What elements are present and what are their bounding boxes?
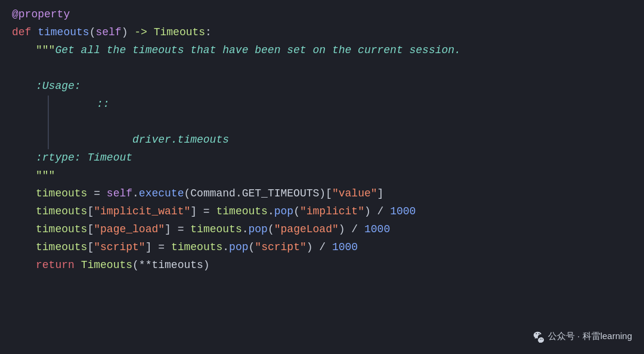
bracket-close1: ] (377, 185, 384, 202)
dot1: . (132, 185, 139, 202)
pop-method2: pop (249, 221, 268, 238)
usage-label: :Usage: (36, 78, 81, 95)
func-name: timeouts (38, 24, 89, 41)
implicit-wait-key: "implicit_wait" (94, 203, 190, 220)
bracket-open2: [ (87, 203, 94, 220)
num-1000-1: 1000 (390, 203, 416, 220)
line-doublecolon: :: (49, 96, 632, 113)
pop-open3: ( (249, 239, 255, 256)
line-usage: :Usage: (12, 78, 632, 96)
dot4: . (222, 239, 229, 256)
line-docstring-close: """ (12, 167, 632, 185)
double-star: (**timeouts) (132, 257, 210, 274)
return-timeouts: Timeouts (81, 257, 132, 274)
line-code4: timeouts [ "script" ] = timeouts . pop (… (12, 239, 632, 257)
line-decorator: @property (12, 6, 632, 24)
paren-open: ( (89, 24, 96, 41)
line-rtype: :rtype: Timeout (12, 149, 632, 167)
bracket-close2: ] = (190, 203, 216, 220)
script-key1: "script" (94, 239, 145, 256)
assign1: = (87, 185, 106, 202)
pop-method3: pop (229, 239, 248, 256)
docstring-text: Get all the timeouts that have been set … (55, 42, 461, 59)
implicit-key: "implicit" (300, 203, 364, 220)
rtype-value: Timeout (87, 149, 132, 167)
var-timeouts2: timeouts (36, 203, 87, 220)
return-type: Timeouts (154, 24, 205, 41)
line-docstring-open: """Get all the timeouts that have been s… (12, 42, 632, 60)
line-blank2 (49, 113, 632, 131)
rtype-label: :rtype: (36, 149, 87, 167)
line-funcdef: def timeouts(self) -> Timeouts: (12, 24, 632, 42)
bracket-open3: [ (87, 221, 94, 238)
var-timeouts3: timeouts (36, 221, 87, 238)
page-load-key: "page_load" (94, 221, 165, 238)
cmd-open: (Command.GET_TIMEOUTS)[ (184, 185, 332, 202)
watermark: 公众号 · 科雷learning (532, 329, 632, 343)
doc-block: :: driver.timeouts (12, 96, 632, 149)
double-colon: :: (97, 96, 110, 113)
arrow: -> (134, 24, 153, 41)
pop-close1: ) / (364, 203, 390, 220)
value-key: "value" (332, 185, 377, 202)
line-driver-timeouts: driver.timeouts (49, 131, 632, 149)
watermark-text: 公众号 · 科雷learning (548, 329, 632, 343)
colon: : (205, 24, 212, 41)
dot3: . (242, 221, 249, 238)
line-blank1 (12, 60, 632, 78)
bracket-open4: [ (87, 239, 94, 256)
var-timeouts1: timeouts (36, 185, 87, 202)
keyword-def: def (12, 24, 38, 41)
num-1000-2: 1000 (364, 221, 390, 238)
var-timeouts4: timeouts (36, 239, 87, 256)
pop-close3: ) / (306, 239, 332, 256)
code-editor: @property def timeouts(self) -> Timeouts… (0, 0, 644, 354)
pop-method1: pop (274, 203, 293, 220)
triple-quote-open: """ (36, 42, 55, 59)
bracket-close4: ] = (145, 239, 171, 256)
num-1000-3: 1000 (332, 239, 358, 256)
var-timeouts2b: timeouts (216, 203, 267, 220)
line-code3: timeouts [ "page_load" ] = timeouts . po… (12, 221, 632, 239)
driver-timeouts: driver.timeouts (132, 131, 229, 149)
line-code5: return Timeouts (**timeouts) (12, 257, 632, 275)
line-code1: timeouts = self . execute (Command.GET_T… (12, 185, 632, 203)
pop-open2: ( (268, 221, 274, 238)
pop-open1: ( (293, 203, 300, 220)
paren-close: ) (122, 24, 135, 41)
execute-method: execute (139, 185, 184, 202)
var-timeouts4b: timeouts (171, 239, 222, 256)
pageload-key: "pageLoad" (274, 221, 339, 238)
line-code2: timeouts [ "implicit_wait" ] = timeouts … (12, 203, 632, 221)
triple-quote-close: """ (36, 167, 55, 184)
self1: self (107, 185, 132, 202)
decorator-text: @property (12, 6, 70, 23)
bracket-close3: ] = (165, 221, 190, 238)
keyword-return: return (36, 257, 81, 274)
dot2: . (268, 203, 274, 220)
wechat-icon (532, 330, 546, 343)
pop-close2: ) / (339, 221, 364, 238)
var-timeouts3b: timeouts (190, 221, 242, 238)
script-key2: "script" (255, 239, 306, 256)
param-self: self (95, 24, 121, 41)
